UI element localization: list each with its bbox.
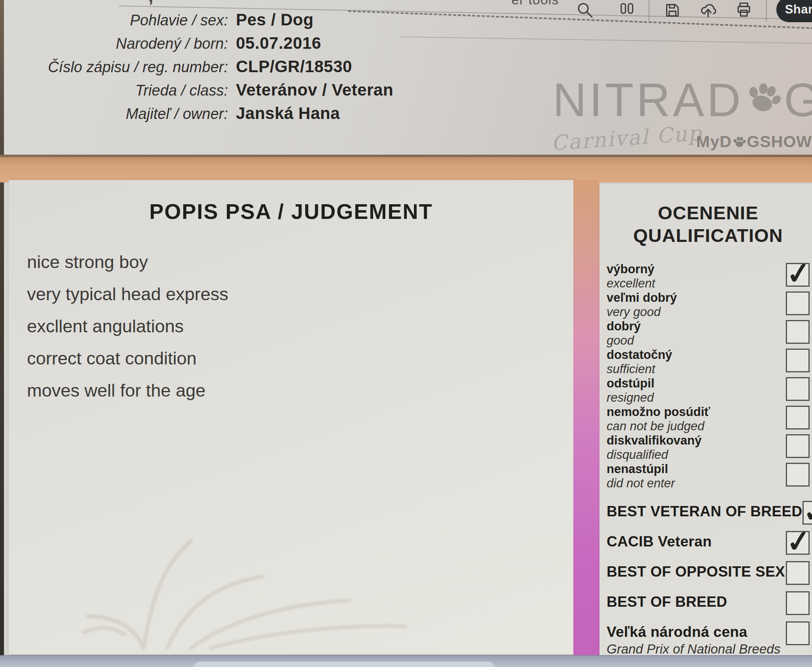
field-row: Majiteľ / owner: Janská Hana	[0, 104, 460, 127]
award-row: BEST OF BREED	[607, 590, 810, 615]
judgement-panel: POPIS PSA / JUDGEMENT nice strong boy ve…	[9, 180, 573, 654]
grade-label-en: very good	[607, 305, 677, 319]
award-row: BEST VETERAN OF BREED	[607, 500, 810, 525]
checkmark-icon	[785, 255, 812, 291]
grade-label-sk: nemožno posúdiť	[607, 404, 710, 419]
subbrand-text-left: MyD	[696, 132, 732, 151]
page-thumbnails-icon[interactable]	[617, 1, 636, 20]
grade-label-en: can not be judged	[607, 419, 710, 433]
logo-subbrand: MyD GSHOW	[696, 132, 812, 151]
dog-info-form: Pohlavie / sex: Pes / Dog Narodený / bor…	[0, 10, 460, 127]
grade-label-sk: dobrý	[607, 319, 641, 334]
brand-text-left: NITRAD	[553, 76, 743, 124]
grade-label-en: good	[607, 334, 641, 347]
award-list: BEST VETERAN OF BREED CACIB Veteran	[607, 500, 810, 667]
award-row: Veľká národná cena Grand Prix of Nationa…	[607, 620, 810, 657]
checkmark-icon	[785, 523, 812, 560]
award-checkbox[interactable]	[786, 531, 810, 555]
grade-checkbox[interactable]	[786, 320, 810, 344]
grade-label-sk: veľmi dobrý	[607, 290, 677, 305]
qualification-title-en: QUALIFICATION	[607, 224, 810, 247]
field-label: Trieda / class:	[0, 82, 236, 99]
award-label: BEST OF BREED	[607, 594, 727, 610]
award-label: BEST VETERAN OF BREED	[607, 503, 802, 520]
paw-icon	[732, 135, 747, 148]
qualification-title: OCENENIE QUALIFICATION	[607, 201, 810, 247]
grade-label-en: sufficient	[607, 362, 672, 376]
award-label: CACIB Veteran	[607, 533, 712, 550]
award-label: BEST OF OPPOSITE SEX	[607, 564, 785, 580]
award-checkbox[interactable]	[786, 561, 810, 585]
grade-label-en: resigned	[607, 391, 655, 404]
print-icon[interactable]	[734, 1, 753, 20]
grade-label-sk: odstúpil	[607, 376, 655, 391]
grade-checkbox[interactable]	[786, 377, 810, 401]
grade-row: nemožno posúdiť can not be judged	[607, 404, 810, 433]
field-row: Narodený / born: 05.07.2016	[0, 34, 460, 57]
share-button-label: Share	[785, 2, 812, 17]
field-label: Narodený / born:	[0, 35, 236, 52]
grade-row: nenastúpil did not enter	[607, 462, 810, 490]
grade-row: výborný excellent	[607, 262, 810, 290]
grade-label-sk: dostatočný	[607, 347, 672, 362]
award-checkbox[interactable]	[802, 501, 812, 525]
watermark-decoration	[25, 533, 441, 652]
award-checkbox[interactable]	[786, 621, 810, 645]
judgement-text: nice strong boy very typical head expres…	[27, 246, 573, 406]
grade-checkbox[interactable]	[786, 406, 810, 429]
field-value: Pes / Dog	[236, 10, 314, 29]
grade-row: dobrý good	[607, 319, 810, 347]
field-value: Veteránov / Veteran	[236, 80, 393, 100]
award-checkbox[interactable]	[786, 591, 810, 615]
field-row: Číslo zápisu / reg. number: CLP/GR/18530	[0, 57, 460, 80]
grade-label-en: did not enter	[607, 476, 675, 490]
award-row: CACIB Veteran	[607, 530, 810, 555]
grade-label-sk: diskvalifikovaný	[607, 433, 702, 448]
paw-icon	[741, 75, 787, 119]
field-value: 05.07.2016	[236, 34, 321, 53]
field-value: CLP/GR/18530	[236, 57, 352, 76]
award-label: Veľká národná cena	[607, 624, 780, 640]
desktop-band	[0, 155, 812, 182]
share-button[interactable]: Share	[776, 0, 812, 22]
award-row: BEST OF OPPOSITE SEX	[607, 560, 810, 585]
screen: ’ er tools Share Pohlavie / sex: Pes / D…	[0, 0, 812, 667]
grade-row: dostatočný sufficient	[607, 347, 810, 376]
grade-checkbox[interactable]	[786, 291, 810, 315]
field-label: Pohlavie / sex:	[0, 12, 236, 29]
qualification-title-sk: OCENENIE	[607, 201, 810, 224]
brand-text-right: G	[784, 76, 812, 124]
field-label: Číslo zápisu / reg. number:	[0, 59, 236, 76]
qualification-panel: OCENENIE QUALIFICATION výborný excellent	[599, 184, 812, 658]
judgement-line: excllent angulations	[27, 310, 573, 342]
grade-row: odstúpil resigned	[607, 376, 810, 404]
grade-checkbox[interactable]	[786, 263, 810, 287]
grade-checkbox[interactable]	[786, 463, 810, 487]
upload-icon[interactable]	[699, 1, 718, 20]
grade-label-sk: nenastúpil	[607, 462, 675, 476]
grade-list: výborný excellent veľmi dobrý very good	[607, 262, 810, 490]
toolbar-separator	[649, 0, 649, 21]
grade-checkbox[interactable]	[786, 434, 810, 458]
grade-label-en: disqualified	[607, 448, 702, 462]
field-label: Majiteľ / owner:	[0, 105, 236, 123]
bottom-bar-highlight	[193, 661, 495, 667]
judgement-line: correct coat condition	[27, 342, 573, 374]
panel-divider	[573, 180, 599, 657]
brand-logo: NITRAD G	[553, 76, 812, 124]
grade-label-en: excellent	[607, 276, 655, 290]
grade-label-sk: výborný	[607, 262, 655, 276]
toolbar-separator	[766, 0, 767, 21]
save-icon[interactable]	[663, 1, 682, 20]
grade-row: veľmi dobrý very good	[607, 290, 810, 319]
judgement-line: very typical head express	[27, 278, 573, 310]
grade-row: diskvalifikovaný disqualified	[607, 433, 810, 462]
grade-checkbox[interactable]	[786, 349, 810, 372]
field-row: Pohlavie / sex: Pes / Dog	[0, 10, 460, 34]
judgement-title: POPIS PSA / JUDGEMENT	[9, 199, 573, 224]
search-icon[interactable]	[576, 1, 595, 20]
field-row: Trieda / class: Veteránov / Veteran	[0, 80, 460, 104]
checkmark-icon	[801, 493, 812, 529]
judgement-line: moves well for the age	[27, 374, 573, 406]
field-value: Janská Hana	[236, 104, 340, 123]
